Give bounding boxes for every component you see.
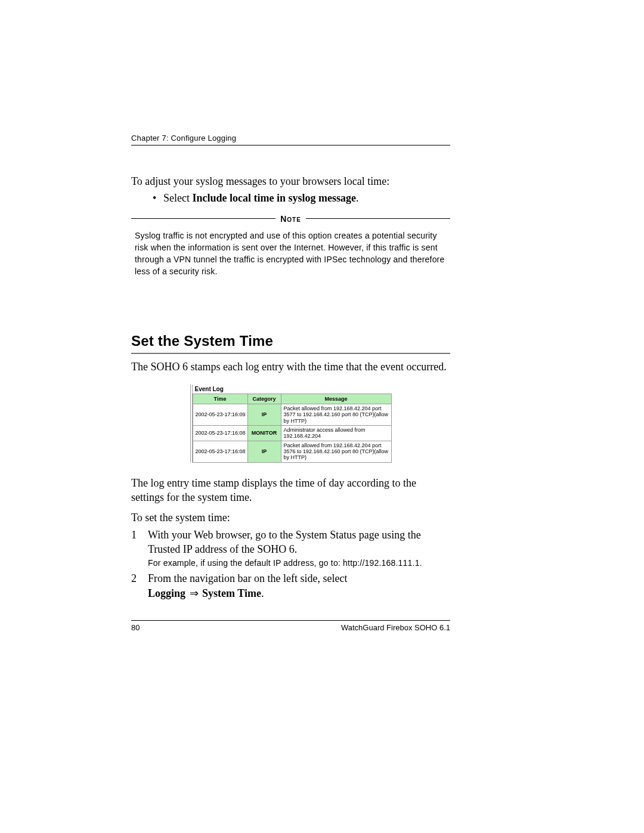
step-subtext: For example, if using the default IP add… — [148, 558, 450, 569]
section-intro: The SOHO 6 stamps each log entry with th… — [131, 360, 450, 374]
step-body: With your Web browser, go to the System … — [148, 528, 450, 569]
step-text-pre: From the navigation bar on the left side… — [148, 572, 347, 584]
cell-time: 2002-05-23-17:16:09 — [193, 404, 247, 426]
table-row: 2002-05-23-17:16:08 IP Packet allowed fr… — [193, 441, 391, 462]
step-number: 1 — [131, 528, 148, 569]
bullet-item: •Select Include local time in syslog mes… — [153, 191, 450, 205]
intro-line: To adjust your syslog messages to your b… — [131, 174, 450, 188]
cell-message: Packet allowed from 192.168.42.204 port … — [281, 404, 391, 426]
product-name: WatchGuard Firebox SOHO 6.1 — [341, 623, 450, 632]
step-text: With your Web browser, go to the System … — [148, 529, 421, 555]
nav-path-a: Logging — [148, 587, 185, 599]
table-header-row: Time Category Message — [193, 394, 391, 404]
bullet-icon: • — [153, 191, 163, 205]
bullet-prefix: Select — [163, 192, 192, 204]
bullet-bold: Include local time in syslog message — [192, 192, 356, 204]
table-row: 2002-05-23-17:16:09 IP Packet allowed fr… — [193, 404, 391, 426]
col-message-header: Message — [281, 394, 391, 404]
bullet-suffix: . — [356, 192, 359, 204]
footer-rule — [131, 620, 450, 621]
step-item: 2 From the navigation bar on the left si… — [131, 571, 450, 600]
event-log-table: Time Category Message 2002-05-23-17:16:0… — [193, 394, 392, 463]
col-time-header: Time — [193, 394, 247, 404]
event-log-panel: Event Log Time Category Message 2002-05-… — [190, 385, 392, 463]
col-category-header: Category — [247, 394, 281, 404]
after-table-text: The log entry time stamp displays the ti… — [131, 476, 450, 505]
cell-time: 2002-05-23-17:16:08 — [193, 441, 247, 462]
step-item: 1 With your Web browser, go to the Syste… — [131, 528, 450, 569]
page-content: Chapter 7: Configure Logging To adjust y… — [131, 134, 450, 603]
chapter-header: Chapter 7: Configure Logging — [131, 134, 450, 145]
cell-message: Packet allowed from 192.168.42.204 port … — [281, 441, 391, 462]
note-rule-right — [306, 218, 450, 219]
cell-time: 2002-05-23-17:16:08 — [193, 426, 247, 441]
step-body: From the navigation bar on the left side… — [148, 571, 450, 600]
cell-category: IP — [247, 404, 281, 426]
note-block: Note Syslog traffic is not encrypted and… — [131, 214, 450, 278]
event-log-title: Event Log — [193, 385, 392, 394]
page-footer: 80 WatchGuard Firebox SOHO 6.1 — [131, 620, 450, 632]
steps-list: 1 With your Web browser, go to the Syste… — [131, 528, 450, 600]
steps-intro: To set the system time: — [131, 510, 450, 525]
page-number: 80 — [131, 623, 140, 632]
section-heading: Set the System Time — [131, 333, 450, 354]
step-number: 2 — [131, 571, 148, 600]
note-body: Syslog traffic is not encrypted and use … — [135, 230, 447, 278]
nav-path-b: System Time — [202, 587, 261, 599]
arrow-icon: ⇒ — [188, 587, 200, 599]
note-label: Note — [275, 214, 306, 224]
cell-message: Administrator access allowed from 192.16… — [281, 426, 391, 441]
table-row: 2002-05-23-17:16:08 MONITOR Administrato… — [193, 426, 391, 441]
note-header: Note — [131, 214, 450, 224]
step-suffix: . — [261, 587, 264, 599]
note-rule-left — [131, 218, 275, 219]
cell-category: MONITOR — [247, 426, 281, 441]
cell-category: IP — [247, 441, 281, 462]
